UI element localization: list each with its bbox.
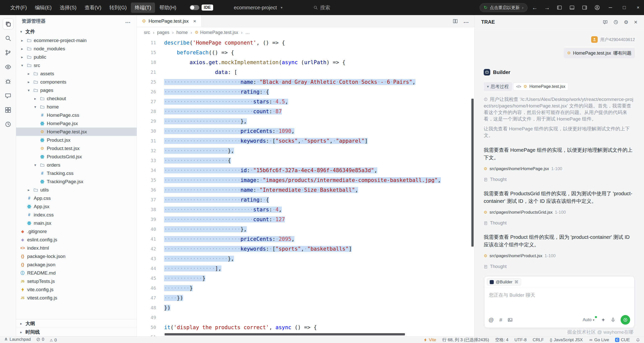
code-line[interactable]: 45············}	[137, 273, 474, 283]
line-number[interactable]: 46	[137, 285, 156, 291]
model-auto-select[interactable]: Auto ▾	[583, 317, 596, 322]
code-line[interactable]: 25························name:·"Black·a…	[137, 77, 474, 87]
status-vite[interactable]: Vite	[423, 337, 436, 342]
line-number[interactable]: 25	[137, 79, 156, 85]
ide-toggle-switch[interactable]	[190, 5, 199, 10]
forward-button[interactable]: →	[542, 4, 552, 11]
editor-more-button[interactable]: …	[463, 18, 469, 24]
explorer-more-button[interactable]: …	[125, 18, 131, 24]
chat-input-card[interactable]: @Builder ⌘ 您正在与 Builder 聊天 @ # Auto ▾	[484, 276, 634, 328]
line-number[interactable]: 49	[137, 315, 156, 320]
tree-item-tracking-css[interactable]: #Tracking.css	[16, 169, 137, 177]
status-launchpad[interactable]: Launchpad	[4, 337, 31, 342]
status-notifications[interactable]	[636, 338, 640, 342]
code-line[interactable]: 46········}	[137, 283, 474, 293]
breadcrumb-item-home[interactable]: home	[176, 30, 188, 35]
code-line[interactable]: 26························rating:·{	[137, 87, 474, 97]
tree-item-homepage-test-jsx[interactable]: ⚙HomePage.test.jsx	[16, 128, 137, 136]
code-line[interactable]: 34························id:·"15b6fc6f-…	[137, 165, 474, 175]
line-number[interactable]: 48	[137, 305, 156, 310]
status-warnings[interactable]: ⚠0	[50, 338, 57, 343]
tree-item-vitest-config-js[interactable]: JSvitest.config.js	[16, 294, 137, 302]
menu-edit[interactable]: 编辑(E)	[31, 3, 56, 13]
settings-gear-icon[interactable]: ⚙	[624, 19, 628, 25]
breadcrumb-item-homepage-test-jsx[interactable]: ⚙HomePage.test.jsx	[195, 30, 238, 35]
toggle-secondary-sidebar-button[interactable]	[579, 5, 590, 10]
line-number[interactable]: 11	[137, 40, 156, 45]
activity-extensions[interactable]	[3, 104, 14, 116]
tree-item-assets[interactable]: ▸assets	[16, 69, 137, 78]
toggle-panel-button[interactable]	[567, 5, 577, 10]
vertical-scrollbar[interactable]	[471, 99, 474, 247]
breadcrumb-item-src[interactable]: src	[144, 30, 150, 35]
tree-item-homepage-css[interactable]: #HomePage.css	[16, 111, 137, 119]
line-number[interactable]: 31	[137, 138, 156, 143]
code-line[interactable]: 15 beforeEach(() => {	[137, 48, 474, 57]
code-line[interactable]: 36························name:·"Interme…	[137, 185, 474, 195]
thought-toggle[interactable]: Thought	[484, 220, 635, 226]
split-editor-button[interactable]	[453, 19, 458, 24]
tree-item-product-jsx[interactable]: Product.jsx	[16, 136, 137, 144]
code-line[interactable]: 29························},	[137, 116, 474, 126]
tree-item-readme-md[interactable]: ⓘREADME.md	[16, 269, 137, 277]
tree-item-main-jsx[interactable]: main.jsx	[16, 219, 137, 227]
tree-item-utils[interactable]: ▸utils	[16, 186, 137, 194]
line-number[interactable]: 34	[137, 168, 156, 173]
thought-toggle[interactable]: Thought	[484, 264, 635, 269]
status-go-live[interactable]: Go Live	[589, 337, 609, 342]
status-language-mode[interactable]: {}JavaScript JSX	[550, 337, 583, 342]
status-encoding[interactable]: UTF-8	[514, 337, 526, 342]
tree-item-components[interactable]: ▸components	[16, 78, 137, 86]
line-number[interactable]: 47	[137, 295, 156, 300]
line-number[interactable]: 39	[137, 217, 156, 222]
close-button[interactable]: ×	[632, 0, 644, 15]
mic-button[interactable]	[611, 317, 616, 322]
line-number[interactable]: 29	[137, 119, 156, 124]
code-line[interactable]: 21 data: [	[137, 67, 474, 77]
activity-history[interactable]	[3, 119, 14, 130]
tree-item-node-modules[interactable]: ▸node_modules	[16, 45, 137, 53]
activity-explorer[interactable]	[3, 18, 14, 29]
line-number[interactable]: 18	[137, 60, 156, 65]
code-line[interactable]: 27····························stars:·4.5…	[137, 97, 474, 106]
tree-item-app-css[interactable]: #App.css	[16, 194, 137, 202]
chat-input[interactable]: 您正在与 Builder 聊天	[484, 288, 634, 313]
activity-source-control[interactable]	[3, 47, 14, 58]
tree-item-eslint-config-js[interactable]: ◈eslint.config.js	[16, 236, 137, 244]
close-panel-button[interactable]: ×	[634, 19, 637, 26]
status-cue[interactable]: CCUE	[615, 337, 630, 342]
code-line[interactable]: 30························priceCents:·10…	[137, 126, 474, 136]
code-line[interactable]: 32····················},	[137, 146, 474, 156]
code-line[interactable]: 39····························count:·127	[137, 214, 474, 224]
tree-item-index-css[interactable]: #index.css	[16, 211, 137, 219]
code-line[interactable]: 44················],	[137, 263, 474, 273]
tab-homepage-test-jsx[interactable]: ⚙ HomePage.test.jsx ×	[137, 15, 202, 27]
line-number[interactable]: 40	[137, 226, 156, 232]
line-number[interactable]: 15	[137, 50, 156, 55]
mention-button[interactable]: @	[488, 317, 494, 323]
line-number[interactable]: 33	[137, 158, 156, 163]
toggle-sidebar-button[interactable]	[554, 5, 565, 10]
send-button[interactable]	[621, 315, 630, 325]
line-number[interactable]: 37	[137, 197, 156, 202]
tree-item-src[interactable]: ▾src	[16, 61, 137, 69]
status-indentation[interactable]: 空格: 4	[495, 337, 508, 343]
code-line[interactable]: 11describe('HomePage component', () => {	[137, 38, 474, 48]
code-line[interactable]: 48})	[137, 303, 474, 313]
activity-debug[interactable]	[3, 76, 14, 87]
enhance-button[interactable]	[601, 318, 605, 322]
file-reference[interactable]: ⚙src\pages\home\Product.jsx1-100	[484, 253, 635, 258]
code-editor[interactable]: 11describe('HomePage component', () => {…	[137, 38, 474, 336]
section-files[interactable]: ▾ 文件	[16, 27, 137, 36]
input-context-chip[interactable]: @Builder ⌘	[487, 278, 521, 286]
tree-item-product-test-jsx[interactable]: ⚙Product.test.jsx	[16, 144, 137, 153]
menu-file[interactable]: 文件(F)	[7, 3, 31, 13]
menu-help[interactable]: 帮助(H)	[156, 3, 180, 13]
activity-chat[interactable]	[3, 90, 14, 101]
line-number[interactable]: 38	[137, 207, 156, 212]
code-line[interactable]: 42························keywords:·["sp…	[137, 244, 474, 254]
code-line[interactable]: 35························image:·"images…	[137, 175, 474, 185]
section-outline[interactable]: ▸ 大纲	[16, 319, 137, 328]
code-line[interactable]: 31························keywords:·["so…	[137, 136, 474, 146]
restart-update-button[interactable]: ↻ 点击重启以更新 ›	[480, 3, 527, 12]
